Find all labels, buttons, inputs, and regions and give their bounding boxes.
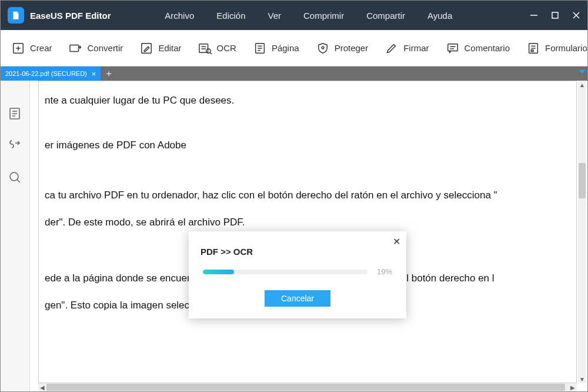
svg-point-16 <box>322 46 324 49</box>
tab-menu-dropdown-icon[interactable] <box>579 70 585 74</box>
tool-convertir[interactable]: Convertir <box>69 41 123 55</box>
side-panel <box>1 81 30 391</box>
svg-line-29 <box>17 180 20 182</box>
toolbar: Crear Convertir Editar OCR Página Proteg… <box>1 30 587 67</box>
ocr-progress-dialog: ✕ PDF >> OCR 19% Cancelar <box>189 231 406 318</box>
tool-editar[interactable]: Editar <box>139 41 181 55</box>
tool-label: OCR <box>217 43 236 53</box>
thumbnails-panel-icon[interactable] <box>8 107 23 122</box>
tool-label: Página <box>272 43 299 53</box>
form-icon <box>526 41 540 55</box>
maximize-button[interactable] <box>551 11 559 19</box>
search-panel-icon[interactable] <box>8 170 23 185</box>
minimize-button[interactable] <box>530 11 538 19</box>
progress-bar-fill <box>203 270 234 274</box>
cancel-button[interactable]: Cancelar <box>265 290 330 307</box>
ocr-icon <box>198 41 212 55</box>
dialog-title: PDF >> OCR <box>189 231 406 267</box>
tool-label: Comentario <box>465 43 510 53</box>
close-dialog-icon[interactable]: ✕ <box>393 236 400 247</box>
main-menu: Archivo Edición Ver Comprimir Compartir … <box>88 11 530 21</box>
tab-label: 2021-06-22.pdf (SECURED) <box>5 70 87 77</box>
tool-firmar[interactable]: Firmar <box>385 41 429 55</box>
menu-comprimir[interactable]: Comprimir <box>303 11 344 21</box>
progress-row: 19% <box>189 267 406 290</box>
comment-icon <box>446 41 460 55</box>
vertical-scrollbar[interactable]: ▲ ▼ <box>578 81 586 383</box>
app-window: EaseUS PDF Editor Archivo Edición Ver Co… <box>0 0 588 392</box>
close-window-button[interactable] <box>572 11 580 19</box>
svg-rect-17 <box>447 44 457 51</box>
tool-comentario[interactable]: Comentario <box>446 41 510 55</box>
tool-proteger[interactable]: Proteger <box>316 41 369 55</box>
doc-line: der". De este modo, se abrirá el archivo… <box>45 215 570 230</box>
svg-rect-1 <box>552 12 558 18</box>
menu-compartir[interactable]: Compartir <box>366 11 405 21</box>
tool-label: Editar <box>158 43 181 53</box>
svg-line-11 <box>210 52 212 54</box>
tab-bar: 2021-06-22.pdf (SECURED) × ＋ <box>1 67 587 81</box>
tool-label: Convertir <box>88 43 123 53</box>
new-tab-button[interactable]: ＋ <box>101 67 117 81</box>
page-icon <box>253 41 267 55</box>
menu-archivo[interactable]: Archivo <box>165 11 194 21</box>
menu-edicion[interactable]: Edición <box>216 11 245 21</box>
plus-square-icon <box>11 41 25 55</box>
tool-label: Formulario <box>545 43 587 53</box>
tool-ocr[interactable]: OCR <box>198 41 236 55</box>
title-bar: EaseUS PDF Editor Archivo Edición Ver Co… <box>1 1 587 30</box>
horizontal-scrollbar[interactable]: ◀ ▶ <box>38 383 577 391</box>
tool-label: Proteger <box>335 43 369 53</box>
convert-icon <box>69 41 83 55</box>
svg-point-10 <box>206 48 210 52</box>
document-tab[interactable]: 2021-06-22.pdf (SECURED) × <box>1 67 101 81</box>
shield-icon <box>316 41 330 55</box>
svg-point-28 <box>10 172 18 181</box>
vertical-scroll-thumb[interactable] <box>579 163 586 198</box>
window-controls <box>530 11 580 19</box>
progress-percent: 19% <box>377 267 392 276</box>
horizontal-scroll-thumb[interactable] <box>46 384 565 391</box>
svg-rect-7 <box>69 45 78 51</box>
tool-label: Firmar <box>403 43 429 53</box>
doc-line: er imágenes de PDF con Adobe <box>45 138 570 153</box>
menu-ver[interactable]: Ver <box>268 11 281 21</box>
content-area: nte a cualquier lugar de tu PC que desee… <box>1 81 587 391</box>
tool-formulario[interactable]: Formulario <box>526 41 587 55</box>
scroll-up-icon[interactable]: ▲ <box>578 81 586 89</box>
sign-icon <box>385 41 399 55</box>
doc-line: ca tu archivo PDF en tu ordenador, haz c… <box>45 188 570 203</box>
doc-line: nte a cualquier lugar de tu PC que desee… <box>45 93 570 108</box>
tool-label: Crear <box>30 43 52 53</box>
bookmarks-panel-icon[interactable] <box>8 138 23 154</box>
scroll-right-icon[interactable]: ▶ <box>569 383 577 391</box>
progress-bar <box>203 270 368 274</box>
edit-icon <box>139 41 153 55</box>
scroll-down-icon[interactable]: ▼ <box>578 375 586 383</box>
close-tab-icon[interactable]: × <box>92 69 96 78</box>
svg-rect-23 <box>531 49 533 51</box>
app-logo-icon <box>8 7 24 24</box>
menu-ayuda[interactable]: Ayuda <box>427 11 452 21</box>
scroll-left-icon[interactable]: ◀ <box>38 383 46 391</box>
tool-crear[interactable]: Crear <box>11 41 52 55</box>
tool-pagina[interactable]: Página <box>253 41 299 55</box>
